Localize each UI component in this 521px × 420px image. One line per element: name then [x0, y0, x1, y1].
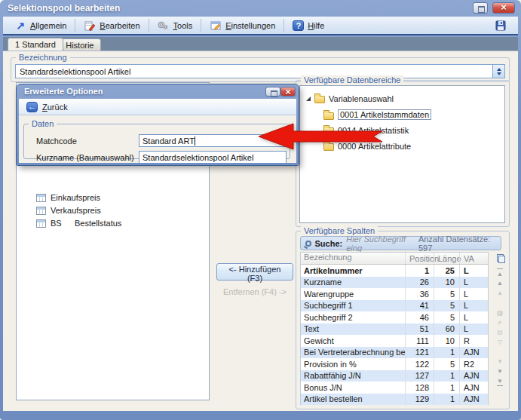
table-row[interactable]: Warengruppe365L — [301, 288, 488, 300]
kurzname-input[interactable] — [139, 152, 286, 163]
cell-position: 41 — [405, 300, 434, 312]
cell-name: Artikel bestellen — [301, 394, 405, 403]
back-arrow-icon[interactable] — [26, 102, 38, 112]
cell-name: Artikelnummer — [301, 266, 405, 275]
allgemein-label: Allgemein — [30, 21, 66, 30]
cell-laenge: 1 — [434, 347, 459, 359]
einstellungen-button[interactable]: Einstellungen — [204, 18, 280, 33]
filter-icon[interactable]: ▽ — [498, 337, 502, 347]
cell-va: AJN — [459, 347, 486, 359]
goto-top-icon[interactable]: ▲ — [497, 268, 503, 278]
cell-name: Suchbegriff 1 — [301, 301, 405, 310]
table-header-row[interactable]: Bezeichnung Position Länge VA — [301, 253, 488, 265]
zurueck-button[interactable]: Zurück — [42, 103, 68, 112]
entfernen-button-disabled: Entfernen (F4) -> — [216, 287, 293, 296]
bezeichnung-group-label: Bezeichnung — [16, 53, 70, 62]
cell-laenge: 5 — [434, 358, 459, 370]
table-row[interactable]: Bonus J/N1281AJN — [301, 382, 488, 394]
header-laenge[interactable]: Länge — [434, 253, 459, 264]
expander-icon[interactable] — [306, 97, 311, 101]
header-bezeichnung[interactable]: Bezeichnung — [301, 253, 405, 264]
search-bar[interactable]: Suche: Hier Suchbegriff eing Anzahl Date… — [300, 236, 501, 250]
allgemein-button[interactable]: ↗ Allgemein — [9, 18, 72, 33]
bezeichnung-value: Standardselektionspool Artikel — [16, 67, 492, 76]
list-item[interactable]: BS Bestellstatus — [36, 219, 121, 228]
header-position[interactable]: Position — [405, 253, 434, 264]
table-row[interactable]: Gewicht11110R — [301, 335, 488, 347]
cell-va: L — [459, 323, 486, 336]
header-va[interactable]: VA — [459, 253, 486, 264]
kurzname-label: Kurzname (Baumauswahl) — [36, 153, 139, 162]
table-row[interactable]: Suchbegriff 1415L — [301, 300, 488, 312]
table-row[interactable]: Provision in %1225R2 — [301, 358, 488, 370]
cell-name: Text — [301, 324, 405, 333]
bezeichnung-combobox[interactable]: Standardselektionspool Artikel — [15, 64, 505, 78]
tree-item-label-selected: 0001 Artikelstammdaten — [338, 109, 431, 120]
row-up-icon[interactable]: ▲ — [497, 288, 503, 298]
close-icon[interactable] — [492, 2, 515, 14]
datenbereiche-group: Verfügbare Datenbereiche Variablenauswah… — [296, 80, 510, 227]
tab-standard[interactable]: 1 Standard — [8, 38, 63, 51]
datenbereiche-group-label: Verfügbare Datenbereiche — [301, 75, 403, 84]
page-down-icon[interactable]: ▼ — [497, 366, 503, 376]
datenbereiche-tree[interactable]: Variablenauswahl 0001 Artikelstammdaten … — [299, 85, 505, 223]
page-up-icon[interactable]: ▲ — [497, 278, 503, 288]
list-item[interactable]: Einkaufspreis — [36, 193, 100, 202]
list-view-icon[interactable]: ▤ — [497, 327, 503, 337]
cell-laenge: 1 — [434, 370, 459, 382]
cell-va: L — [459, 300, 486, 312]
tree-item-artikelstammdaten[interactable]: 0001 Artikelstammdaten — [323, 109, 431, 120]
titlebar[interactable]: Selektionspool bearbeiten — [0, 0, 521, 17]
toolbar-separator — [149, 19, 149, 32]
tree-item-variablenauswahl[interactable]: Variablenauswahl — [306, 94, 394, 103]
hilfe-button[interactable]: ? Hilfe — [287, 19, 329, 32]
cell-laenge: 25 — [434, 265, 459, 277]
dialog-close-icon[interactable] — [280, 87, 296, 97]
list-item-label: Bestellstatus — [75, 219, 121, 228]
columns-table[interactable]: Bezeichnung Position Länge VA Artikelnum… — [300, 252, 489, 405]
table-row[interactable]: Bei Vertreterabrechnung berücksichtigen1… — [301, 347, 488, 359]
cell-name: Provision in % — [301, 360, 405, 369]
cell-va: R2 — [459, 358, 486, 370]
cell-va: AJN — [459, 394, 486, 406]
folder-icon — [314, 96, 325, 103]
table-row[interactable]: Text5160L — [301, 323, 488, 336]
table-row[interactable]: Rabattfähig J/N1271AJN — [301, 370, 488, 382]
list-item[interactable]: Verkaufspreis — [36, 206, 101, 215]
cell-laenge: 1 — [434, 382, 459, 394]
tools-button[interactable]: Tools — [152, 18, 198, 33]
bearbeiten-button[interactable]: Bearbeiten — [78, 18, 145, 33]
cell-position: 111 — [405, 335, 434, 347]
grid-search-icon[interactable]: ⌕ — [498, 317, 501, 327]
edit-icon — [84, 20, 96, 32]
table-row[interactable]: Kurzname2610L — [301, 277, 488, 289]
search-label: Suche: — [315, 239, 343, 248]
dialog-restore-icon[interactable] — [265, 87, 280, 97]
table-row[interactable]: Artikel bestellen1291AJN — [301, 394, 488, 406]
column-width-icon[interactable]: (|) — [497, 308, 502, 317]
cell-name: Warengruppe — [301, 290, 405, 299]
cell-name: Bonus J/N — [301, 383, 405, 392]
table-row[interactable]: Artikelnummer125L — [301, 265, 488, 277]
spinner-icon[interactable] — [492, 65, 504, 78]
dialog-erweiterte-optionen: Erweiterte Optionen Zurück Daten Matchco… — [17, 84, 299, 165]
goto-bottom-icon[interactable]: ▼ — [497, 376, 503, 386]
folder-icon — [323, 112, 334, 120]
row-down-icon[interactable]: ▼ — [497, 357, 503, 366]
search-placeholder: Hier Suchbegriff eing — [346, 235, 415, 253]
hinzufuegen-button[interactable]: <- Hinzufügen (F3) — [216, 263, 293, 281]
cell-position: 51 — [405, 323, 434, 336]
settings-window-icon — [210, 20, 222, 32]
save-button[interactable] — [489, 18, 512, 33]
grid-nav-strip[interactable]: ▲ ▲ ▲ (|) ⌕ ▤ ▽ ▼ ▼ ▼ — [493, 252, 507, 406]
daten-group: Daten Matchcode Kurzname (Baumauswahl) — [23, 124, 290, 159]
cell-va: AJN — [459, 382, 486, 394]
copy-icon[interactable] — [497, 254, 504, 264]
table-row[interactable]: Suchbegriff 2465L — [301, 311, 488, 323]
help-icon: ? — [293, 20, 304, 31]
cell-va: L — [459, 265, 486, 277]
list-item-label: Einkaufspreis — [51, 193, 100, 202]
toolbar-separator — [283, 19, 284, 32]
cell-name: Suchbegriff 2 — [301, 313, 405, 322]
restore-icon[interactable] — [473, 2, 488, 14]
